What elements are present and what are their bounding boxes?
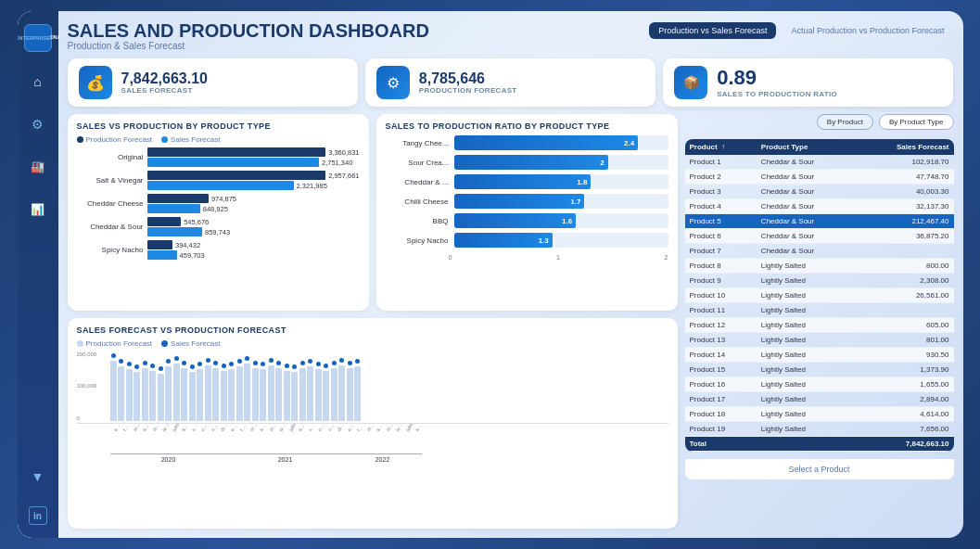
ratio-bar-wrap: 1.3 [454, 233, 668, 248]
filter-icon[interactable]: ▼ [25, 464, 51, 490]
sales-bar [147, 227, 203, 236]
legend-sales: Sales Forecast [161, 135, 220, 144]
forecast-dot [300, 361, 305, 365]
page-subtitle: Production & Sales Forecast [68, 41, 635, 51]
cell-sales: 36,875.20 [856, 229, 954, 244]
cell-sales [856, 244, 954, 259]
table-row[interactable]: Product 17 Lightly Salted 2,894.00 [685, 392, 954, 407]
table-row[interactable]: Product 13 Lightly Salted 801.00 [685, 333, 954, 348]
forecast-bar [331, 368, 337, 421]
legend-prod-dot [77, 136, 83, 143]
cell-product: Product 2 [685, 170, 757, 185]
ratio-row: Tangy Chee... 2.4 [386, 135, 668, 150]
table-row[interactable]: Product 11 Lightly Salted [685, 303, 954, 318]
forecast-bar [338, 365, 345, 421]
cell-sales: 801.00 [856, 333, 954, 348]
forecast-bar [228, 369, 235, 421]
cell-sales: 212,467.40 [856, 214, 954, 229]
svp-legend: Production Forecast Sales Forecast [77, 135, 360, 144]
home-icon[interactable]: ⌂ [25, 69, 51, 95]
select-product[interactable]: Select a Product [685, 459, 954, 479]
cell-type: Cheddar & Sour [757, 170, 856, 185]
table-header-row: Product ↑ Product Type Sales Forecast [685, 139, 954, 155]
linkedin-icon[interactable]: in [29, 506, 47, 525]
cell-product: Product 16 [685, 377, 757, 392]
forecast-bar [158, 374, 164, 421]
table-row[interactable]: Product 2 Cheddar & Sour 47,748.70 [685, 170, 954, 185]
cell-type: Cheddar & Sour [757, 229, 856, 244]
forecast-bar [165, 366, 172, 421]
main-container: ENTERPRISE DNA ⌂ ⚙ 🏭 📊 ▼ in SALES AND PR… [18, 11, 963, 538]
forecast-col [165, 359, 172, 421]
cell-sales: 1,655.00 [856, 377, 954, 392]
forecast-col [212, 361, 219, 421]
page-title: SALES AND PRODUCTION DASHBOARD [68, 20, 635, 41]
forecast-dot [332, 361, 337, 365]
cell-product: Product 6 [685, 229, 757, 244]
forecast-dot [119, 359, 123, 364]
title-area: SALES AND PRODUCTION DASHBOARD Productio… [68, 20, 635, 51]
forecast-bar [189, 372, 196, 421]
forecast-bar [205, 365, 211, 421]
kpi-ratio: 📦 0.89 SALES TO PRODUCTION RATIO [663, 58, 953, 107]
table-row[interactable]: Product 6 Cheddar & Sour 36,875.20 [685, 229, 954, 244]
legend-sales-fc-dot [161, 340, 168, 347]
forecast-dot [229, 362, 234, 366]
table-row[interactable]: Product 9 Lightly Salted 2,308.00 [685, 274, 954, 288]
table-row[interactable]: Product 16 Lightly Salted 1,655.00 [685, 377, 954, 392]
ratio-label: Cheddar & ... [386, 178, 449, 186]
table-row[interactable]: Product 7 Cheddar & Sour [685, 244, 954, 259]
table-row[interactable]: Product 10 Lightly Salted 26,561.00 [685, 288, 954, 303]
forecast-dot [150, 364, 155, 368]
ratio-bar-wrap: 2 [454, 155, 668, 170]
cell-sales: 7,656.00 [856, 422, 954, 437]
table-row[interactable]: Product 8 Lightly Salted 800.00 [685, 259, 954, 274]
bar-group: 2,957,661 2,321,985 [147, 171, 360, 190]
cell-type: Cheddar & Sour [757, 244, 856, 259]
by-product-btn[interactable]: By Product [817, 114, 873, 130]
table-wrapper[interactable]: Product ↑ Product Type Sales Forecast Pr… [685, 139, 954, 452]
ratio-chart-title: SALES TO PRODUCTION RATIO BY PRODUCT TYP… [386, 121, 668, 131]
table-row[interactable]: Product 4 Cheddar & Sour 32,137.30 [685, 199, 954, 214]
forecast-dot [166, 359, 171, 364]
cell-sales: 26,561.00 [856, 288, 954, 303]
prod-bar [147, 217, 182, 226]
ratio-bar: 1.7 [454, 194, 585, 209]
forecast-title: SALES FORECAST VS PRODUCTION FORECAST [77, 326, 668, 335]
cell-type: Lightly Salted [757, 288, 856, 303]
ratio-label: Chilli Cheese [386, 198, 449, 206]
by-product-type-btn[interactable]: By Product Type [879, 114, 954, 130]
forecast-col [315, 362, 322, 421]
cell-type: Lightly Salted [757, 377, 856, 392]
sales-bar-wrap: 859,743 [147, 227, 360, 236]
table-row[interactable]: Product 3 Cheddar & Sour 40,003.30 [685, 185, 954, 199]
bar-row: Cheddar Cheese 974,875 848,925 [77, 194, 360, 213]
table-row[interactable]: Product 1 Cheddar & Sour 102,918.70 [685, 155, 954, 170]
table-row[interactable]: Product 5 Cheddar & Sour 212,467.40 [685, 214, 954, 229]
tab-production-vs-sales[interactable]: Production vs Sales Forecast [649, 22, 776, 39]
cell-type: Cheddar & Sour [757, 214, 856, 229]
top-charts: SALES VS PRODUCTION BY PRODUCT TYPE Prod… [68, 114, 678, 311]
tab-actual-vs-forecast[interactable]: Actual Production vs Production Forecast [782, 22, 953, 39]
cell-type: Lightly Salted [757, 303, 856, 318]
table-row[interactable]: Product 14 Lightly Salted 930.50 [685, 348, 954, 363]
legend-sales-dot [161, 136, 168, 143]
forecast-dot [237, 359, 242, 364]
table-row[interactable]: Product 18 Lightly Salted 4,614.00 [685, 407, 954, 422]
table-row[interactable]: Product 19 Lightly Salted 7,656.00 [685, 422, 954, 437]
table-row[interactable]: Product 12 Lightly Salted 605.00 [685, 318, 954, 333]
prod-val: 2,957,661 [328, 172, 359, 180]
forecast-col [221, 364, 227, 421]
col-sales: Sales Forecast [856, 139, 954, 155]
settings-icon[interactable]: ⚙ [25, 111, 51, 137]
ratio-bar-val: 1.7 [570, 198, 580, 206]
ratio-bars: Tangy Chee... 2.4 Sour Crea... 2 Cheddar… [386, 135, 668, 261]
forecast-col [268, 358, 274, 421]
table-row[interactable]: Product 15 Lightly Salted 1,373.90 [685, 363, 954, 377]
forecast-bar [244, 364, 250, 421]
factory-icon[interactable]: 🏭 [25, 154, 51, 180]
forecast-col [126, 362, 133, 421]
chart-icon[interactable]: 📊 [25, 197, 51, 223]
ratio-row: Cheddar & ... 1.8 [386, 174, 668, 189]
ratio-icon: 📦 [674, 66, 707, 99]
